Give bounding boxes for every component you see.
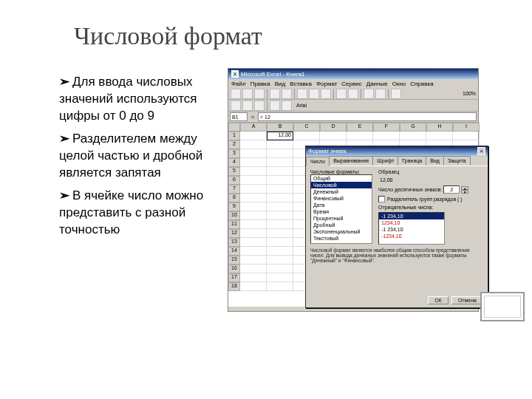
decorative-frame-icon — [480, 292, 525, 321]
app-title: Microsoft Excel - Книга1 — [241, 71, 305, 78]
dialog-titlebar: Формат ячеек × — [306, 146, 488, 156]
font-name[interactable]: Arial — [296, 103, 307, 108]
list-item[interactable]: Время — [311, 208, 372, 215]
list-item[interactable]: 1234,10 — [379, 219, 444, 226]
col-header[interactable]: B — [267, 123, 293, 132]
list-item[interactable]: Дробный — [311, 222, 372, 228]
categories-label: Числовые форматы: — [310, 169, 372, 174]
tab-font[interactable]: Шрифт — [372, 156, 398, 166]
list-item[interactable]: Экспоненциальный — [311, 228, 372, 235]
sort-desc-icon[interactable] — [375, 89, 386, 99]
print-icon[interactable] — [270, 89, 280, 99]
list-item[interactable]: Общий — [311, 175, 372, 182]
format-cells-dialog: Формат ячеек × Число Выравнивание Шрифт … — [305, 146, 488, 308]
col-header[interactable]: G — [400, 123, 426, 132]
new-icon[interactable] — [231, 89, 241, 99]
list-item[interactable]: Денежный — [311, 188, 372, 195]
paste-icon[interactable] — [321, 89, 331, 99]
percent-icon[interactable] — [242, 100, 253, 111]
row-header[interactable]: 1 — [228, 132, 240, 140]
chart-icon[interactable] — [391, 89, 401, 99]
bullet-list: Для ввода числовых значений используются… — [59, 74, 218, 244]
tab-border[interactable]: Граница — [398, 156, 426, 166]
list-item[interactable]: Текстовый — [311, 235, 372, 242]
zoom-level[interactable]: 100% — [463, 91, 476, 96]
list-item[interactable]: Процентный — [311, 215, 372, 222]
negatives-list[interactable]: -1 234,10 1234,10 -1 234,10 -1234,10 — [378, 212, 445, 245]
save-icon[interactable] — [254, 89, 265, 99]
spin-down-icon[interactable]: ▼ — [461, 190, 468, 194]
menu-help[interactable]: Справка — [410, 81, 433, 87]
close-icon[interactable]: × — [477, 147, 485, 155]
increase-decimal-icon[interactable] — [270, 100, 280, 111]
cancel-button[interactable]: Отмена — [451, 296, 483, 304]
decrease-decimal-icon[interactable] — [282, 100, 292, 111]
comma-icon[interactable] — [254, 100, 265, 111]
menu-window[interactable]: Окно — [392, 81, 406, 87]
format-toolbar: Arial — [228, 100, 478, 112]
tab-number[interactable]: Число — [306, 157, 330, 166]
dialog-tabs: Число Выравнивание Шрифт Граница Вид Защ… — [306, 156, 488, 166]
col-header[interactable]: H — [426, 123, 453, 132]
thousands-checkbox[interactable] — [378, 196, 385, 202]
titlebar: X Microsoft Excel - Книга1 — [228, 69, 478, 79]
dialog-title: Формат ячеек — [308, 148, 347, 154]
undo-icon[interactable] — [336, 89, 347, 99]
thousands-label: Разделитель групп разрядов ( ) — [387, 197, 463, 202]
list-item[interactable]: -1 234,10 — [379, 213, 444, 219]
tab-protect[interactable]: Защита — [443, 156, 471, 166]
col-header[interactable]: C — [293, 123, 320, 132]
col-header[interactable]: F — [373, 123, 400, 132]
menu-file[interactable]: Файл — [231, 81, 246, 87]
bullet-item: Разделителем между целой частью и дробно… — [59, 131, 218, 182]
formula-input[interactable]: = 12 — [258, 112, 477, 121]
list-item[interactable]: Дата — [311, 202, 372, 208]
tab-fill[interactable]: Вид — [426, 156, 444, 166]
formula-bar: B1 = = 12 — [228, 112, 478, 122]
col-header[interactable]: I — [453, 123, 480, 132]
description-text: Числовой формат является наиболее общим … — [310, 248, 483, 263]
select-all-corner[interactable] — [228, 123, 240, 132]
ok-button[interactable]: ОК — [428, 296, 449, 304]
currency-icon[interactable] — [231, 100, 241, 111]
decimals-label: Число десятичных знаков: — [378, 187, 442, 192]
bullet-item: Для ввода числовых значений используются… — [59, 74, 218, 125]
excel-window: X Microsoft Excel - Книга1 Файл Правка В… — [228, 68, 479, 312]
cell[interactable] — [240, 132, 267, 140]
decimals-input[interactable] — [443, 185, 460, 194]
negatives-label: Отрицательные числа: — [378, 205, 483, 210]
menu-format[interactable]: Формат — [316, 81, 337, 87]
menu-view[interactable]: Вид — [275, 81, 285, 87]
col-header[interactable]: E — [347, 123, 373, 132]
col-header[interactable]: D — [320, 123, 347, 132]
list-item[interactable]: Финансовый — [311, 195, 372, 202]
cell-b1[interactable]: 12,00 — [267, 132, 293, 140]
bullet-item: В ячейке число можно представить с разно… — [59, 188, 218, 239]
open-icon[interactable] — [242, 89, 253, 99]
sample-label: Образец — [378, 169, 483, 174]
list-item[interactable]: -1 234,10 — [379, 226, 444, 233]
preview-icon[interactable] — [282, 89, 292, 99]
list-item[interactable]: -1234,10 — [379, 233, 444, 239]
sort-asc-icon[interactable] — [364, 89, 374, 99]
menubar: Файл Правка Вид Вставка Формат Сервис Да… — [228, 79, 478, 88]
standard-toolbar: 100% — [228, 88, 478, 100]
copy-icon[interactable] — [309, 89, 319, 99]
menu-insert[interactable]: Вставка — [290, 81, 312, 87]
slide-title: Числовой формат — [74, 22, 262, 50]
redo-icon[interactable] — [348, 89, 358, 99]
menu-tools[interactable]: Сервис — [341, 81, 361, 87]
excel-icon: X — [231, 70, 239, 78]
menu-edit[interactable]: Правка — [250, 81, 270, 87]
list-item[interactable]: Числовой — [311, 182, 372, 188]
cut-icon[interactable] — [297, 89, 307, 99]
category-list[interactable]: Общий Числовой Денежный Финансовый Дата … — [310, 174, 372, 244]
col-header[interactable]: A — [240, 123, 267, 132]
sample-value: 12,00 — [378, 177, 483, 183]
menu-data[interactable]: Данные — [366, 81, 388, 87]
name-box[interactable]: B1 — [230, 112, 248, 121]
tab-alignment[interactable]: Выравнивание — [329, 156, 373, 166]
cell[interactable] — [293, 132, 320, 140]
